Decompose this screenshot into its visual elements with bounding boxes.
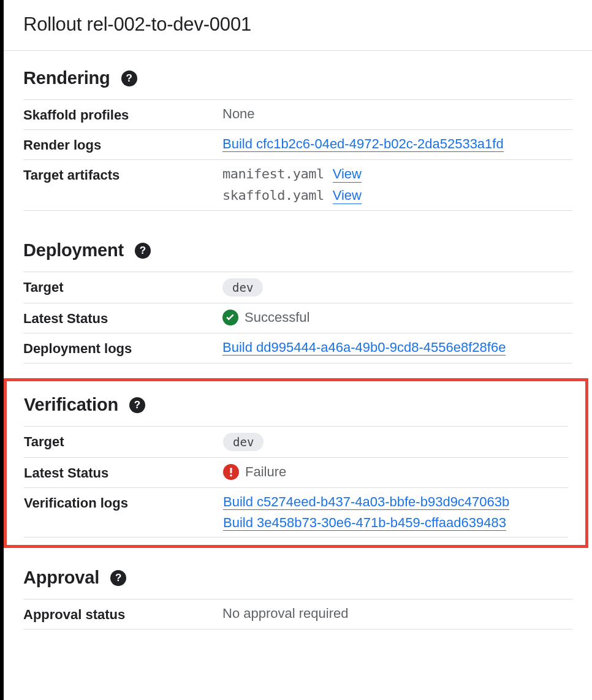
target-artifacts-label: Target artifacts <box>23 166 222 183</box>
skaffold-profiles-label: Skaffold profiles <box>23 106 222 123</box>
help-icon[interactable]: ? <box>110 570 126 586</box>
verification-target-label: Target <box>24 433 223 450</box>
verification-status-label: Latest Status <box>24 464 223 481</box>
skaffold-profiles-value: None <box>222 106 572 122</box>
artifact-view-link[interactable]: View <box>333 188 362 204</box>
render-logs-label: Render logs <box>23 136 222 153</box>
render-logs-link[interactable]: Build cfc1b2c6-04ed-4972-b02c-2da52533a1… <box>222 136 504 152</box>
svg-rect-2 <box>230 468 232 473</box>
deployment-title: Deployment <box>23 240 124 261</box>
approval-title: Approval <box>23 568 99 588</box>
deployment-target-chip: dev <box>222 278 263 297</box>
section-rendering: Rendering ? Skaffold profiles None Rende… <box>4 51 592 223</box>
check-circle-icon <box>222 310 238 325</box>
verification-title: Verification <box>24 395 118 415</box>
artifact-row: skaffold.yaml View <box>222 188 572 204</box>
artifact-row: manifest.yaml View <box>222 166 572 183</box>
deployment-status-label: Latest Status <box>23 310 222 327</box>
deployment-status-value: Successful <box>245 310 309 325</box>
approval-status-label: Approval status <box>23 606 222 623</box>
section-approval: Approval ? Approval status No approval r… <box>4 550 592 642</box>
approval-status-value: No approval required <box>222 606 572 622</box>
rendering-title: Rendering <box>23 68 110 88</box>
help-icon[interactable]: ? <box>135 243 151 259</box>
error-circle-icon <box>223 464 239 480</box>
artifact-filename: manifest.yaml <box>222 166 324 181</box>
help-icon[interactable]: ? <box>129 397 145 413</box>
help-icon[interactable]: ? <box>121 70 137 86</box>
verification-log-link[interactable]: Build 3e458b73-30e6-471b-b459-cffaad6394… <box>223 515 506 531</box>
svg-point-3 <box>230 474 232 476</box>
section-deployment: Deployment ? Target dev Latest Status Su… <box>4 223 592 376</box>
artifact-filename: skaffold.yaml <box>222 188 324 203</box>
deployment-logs-label: Deployment logs <box>23 340 222 357</box>
deployment-logs-link[interactable]: Build dd995444-a46a-49b0-9cd8-4556e8f28f… <box>222 340 506 356</box>
verification-log-link[interactable]: Build c5274eed-b437-4a03-bbfe-b93d9c4706… <box>223 494 509 510</box>
page-title: Rollout rel-002-to-dev-0001 <box>4 0 592 51</box>
verification-target-chip: dev <box>223 433 264 451</box>
deployment-target-label: Target <box>23 278 222 295</box>
artifact-view-link[interactable]: View <box>333 166 362 183</box>
section-verification-highlight: Verification ? Target dev Latest Status … <box>4 378 588 548</box>
verification-status-value: Failure <box>245 464 286 480</box>
verification-logs-label: Verification logs <box>24 494 223 511</box>
